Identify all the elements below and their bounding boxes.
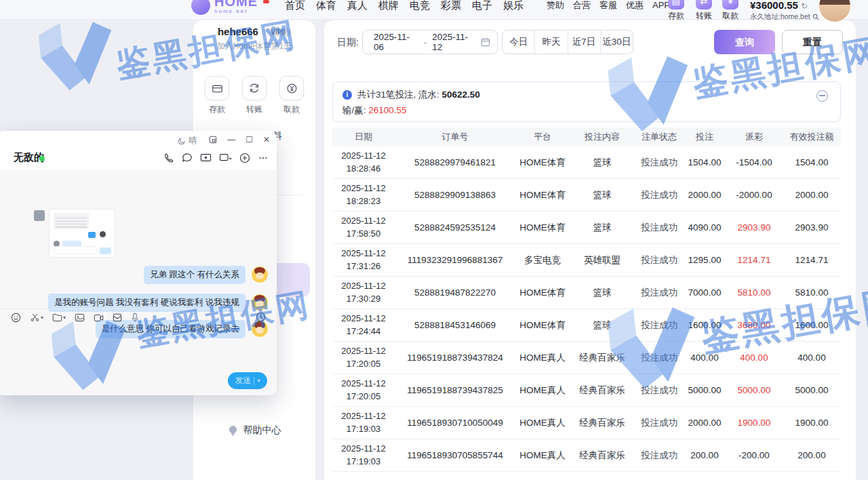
screenshot-thumbnail[interactable] — [49, 209, 115, 258]
table-row: 2025-11-1218:28:465288829979461821HOME体育… — [332, 146, 841, 179]
emoji-icon[interactable] — [11, 313, 21, 323]
nav-item-lottery[interactable]: 彩票 — [441, 0, 461, 12]
nav-item-esports[interactable]: 电竞 — [410, 0, 430, 12]
mini-bubble — [54, 213, 89, 229]
sidebar-transfer-button[interactable]: 转账 — [239, 76, 269, 115]
nav-link-promo[interactable]: 优惠 — [626, 0, 644, 11]
transfer-circle-icon — [242, 76, 267, 100]
nav-item-entertainment[interactable]: 娱乐 — [503, 0, 524, 12]
range-yesterday-button[interactable]: 昨天 — [535, 31, 568, 54]
cell-order-id: 5288829979461821 — [395, 157, 515, 167]
close-icon[interactable]: ✕ — [263, 135, 270, 144]
send-divider — [254, 377, 254, 385]
minimize-icon[interactable]: — — [227, 135, 235, 144]
plus-circle-icon[interactable] — [239, 153, 250, 163]
cell-order-id: 1196518930710050049 — [395, 418, 515, 428]
voice-call-icon[interactable] — [163, 153, 174, 163]
nav-item-slots[interactable]: 电子 — [472, 0, 492, 12]
remote-desktop-icon[interactable] — [219, 153, 232, 163]
column-header: 派彩 — [726, 131, 783, 143]
screenshot-scissors-icon[interactable]: ▾ — [30, 313, 43, 323]
cell-status: 投注成功 — [635, 254, 684, 266]
nav-transfer-button[interactable]: ⇄ 转账 — [690, 0, 717, 22]
wallet-icon — [205, 76, 229, 100]
top-navbar: HOME home.bet 首页 体育 真人 棋牌 电竞 彩票 电子 娱乐 赞助… — [0, 0, 868, 20]
collapse-icon[interactable] — [816, 90, 828, 102]
send-button[interactable]: 发送 ▾ — [228, 372, 267, 389]
cell-bet: 7000.00 — [684, 287, 726, 298]
quick-range-group: 今日 昨天 近7日 近30日 — [502, 30, 633, 54]
folder-icon[interactable]: ▾ — [52, 313, 66, 322]
date-to-value[interactable]: 2025-11-12 — [427, 32, 481, 52]
hot-badge — [263, 0, 269, 3]
nav-withdraw-button[interactable]: ¥ 取款 — [717, 0, 744, 22]
mini-avatar — [100, 231, 106, 237]
nav-item-home[interactable]: 首页 — [285, 0, 305, 12]
sidebar-deposit-button[interactable]: 存款 — [202, 76, 232, 115]
table-row: 2025-11-1217:24:445288818453146069HOME体育… — [332, 309, 841, 342]
microphone-icon[interactable] — [131, 313, 139, 323]
sidebar-username: hehe666 — [218, 26, 258, 37]
sidebar-item-help[interactable]: 帮助中心 — [193, 424, 315, 437]
chat-history-clock-icon[interactable] — [256, 312, 266, 322]
chat-bubble-icon[interactable] — [182, 153, 193, 163]
cell-bet: 400.00 — [684, 353, 726, 363]
chat-toolbar: ▾ ▾ — [0, 308, 277, 326]
weather-text: 晴 — [189, 135, 197, 146]
maximize-icon[interactable]: ☐ — [245, 135, 253, 144]
cell-platform: HOME体育 — [515, 222, 570, 234]
table-row: 2025-11-1217:20:051196519188739437824HOM… — [332, 342, 841, 374]
vip-badge: VIP0 — [264, 28, 291, 37]
table-row: 2025-11-1217:19:031196518930710050049HOM… — [332, 407, 841, 439]
query-button[interactable]: 查询 — [714, 30, 775, 54]
nav-link-sponsor[interactable]: 赞助 — [547, 0, 564, 11]
nav-link-service[interactable]: 客服 — [599, 0, 617, 11]
cell-bet: 5000.00 — [684, 385, 726, 395]
nav-item-live[interactable]: 真人 — [347, 0, 368, 12]
send-dropdown-icon[interactable]: ▾ — [257, 378, 260, 384]
summary-winloss-value: 26100.55 — [368, 105, 406, 115]
cell-date: 2025-11-1217:20:05 — [332, 345, 395, 371]
more-icon[interactable] — [258, 153, 269, 163]
brand-logo[interactable]: HOME home.bet — [191, 0, 258, 14]
mini-window-icon[interactable] — [209, 136, 217, 144]
cell-platform: HOME真人 — [515, 417, 570, 429]
range-today-button[interactable]: 今日 — [502, 31, 535, 54]
refresh-balance-icon[interactable]: ↻ — [801, 1, 808, 11]
cell-content: 篮球 — [570, 319, 635, 332]
cell-content: 英雄联盟 — [570, 254, 635, 266]
date-from-value[interactable]: 2025-11-06 — [363, 32, 424, 52]
nav-link-partner[interactable]: 合营 — [573, 0, 591, 11]
image-icon[interactable] — [75, 313, 85, 322]
nav-deposit-button[interactable]: ▤ 存款 — [663, 0, 690, 22]
user-avatar[interactable] — [818, 0, 852, 23]
sidebar-withdraw-button[interactable]: 取款 — [277, 76, 307, 115]
nav-item-cards[interactable]: 棋牌 — [378, 0, 399, 12]
mini-input — [54, 246, 97, 254]
cell-status: 投注成功 — [635, 352, 684, 364]
balance-block: ¥36000.55↻ 永久地址:home.bet — [750, 0, 819, 22]
calendar-icon[interactable] — [481, 37, 490, 47]
page: HOME home.bet 首页 体育 真人 棋牌 电竞 彩票 电子 娱乐 赞助… — [0, 0, 868, 480]
cell-valid-amount: 1900.00 — [783, 418, 841, 428]
peer-avatar — [34, 210, 45, 221]
table-row: 2025-11-1217:19:031196518930705855744HOM… — [332, 439, 841, 472]
range-30days-button[interactable]: 近30日 — [601, 31, 633, 54]
cell-platform: HOME真人 — [515, 352, 570, 364]
cell-bet: 200.00 — [684, 450, 726, 460]
cell-content: 篮球 — [570, 287, 635, 299]
withdraw-icon: ¥ — [722, 0, 738, 9]
nav-item-sports[interactable]: 体育 — [316, 0, 336, 12]
screen-share-icon[interactable] — [200, 153, 212, 163]
column-header: 日期 — [332, 131, 395, 143]
video-icon[interactable] — [94, 314, 104, 322]
date-range-input[interactable]: 2025-11-06 - 2025-11-12 — [362, 30, 498, 54]
message-box-icon[interactable] — [113, 313, 122, 322]
chat-titlebar[interactable]: 晴 — ☐ ✕ — [0, 131, 277, 148]
cell-date: 2025-11-1218:28:23 — [332, 182, 395, 208]
reset-button[interactable]: 重置 — [782, 30, 843, 54]
cell-payout: 400.00 — [726, 353, 783, 363]
table-row: 2025-11-1217:30:295288819487822270HOME体育… — [332, 277, 841, 309]
range-7days-button[interactable]: 近7日 — [568, 31, 601, 54]
search-icon[interactable] — [812, 14, 819, 20]
